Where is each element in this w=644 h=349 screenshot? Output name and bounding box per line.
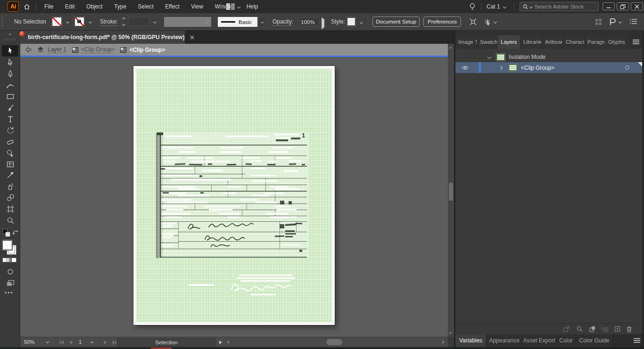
expand-chevron-icon[interactable] [487, 55, 491, 59]
new-layer-icon[interactable] [614, 325, 621, 333]
scroll-right-icon[interactable] [441, 341, 444, 344]
tab-close-icon[interactable] [190, 35, 194, 40]
scroll-left-icon[interactable] [227, 341, 231, 344]
tool-eraser[interactable] [0, 136, 20, 147]
brush-definition-dropdown[interactable] [258, 17, 266, 27]
fill-color-swatch[interactable] [52, 17, 62, 26]
stroke-color-swatch[interactable] [74, 17, 84, 26]
stroke-weight-field[interactable] [128, 17, 150, 26]
app-logo-icon[interactable]: Ai [8, 1, 19, 12]
artboard-number-field[interactable]: 1 [79, 339, 82, 345]
first-artboard-button[interactable] [60, 341, 64, 344]
menu-type[interactable]: Type [109, 0, 131, 13]
breadcrumb-clip-group[interactable]: <Clip Group> [81, 46, 115, 53]
color-button[interactable] [2, 258, 7, 262]
tab-asset-export[interactable]: Asset Export [522, 334, 556, 347]
mini-stroke-indicator[interactable] [5, 232, 10, 237]
new-sublayer-icon[interactable] [601, 325, 608, 333]
delete-selection-icon[interactable] [626, 325, 633, 333]
eye-icon[interactable] [462, 65, 469, 70]
tool-symbol-sprayer[interactable] [0, 181, 20, 192]
tool-shape-builder[interactable] [0, 147, 20, 159]
stroke-weight-stepper[interactable] [120, 16, 127, 27]
breadcrumb-layer[interactable]: Layer 1 [48, 46, 66, 53]
tab-appearance[interactable]: Appearance [487, 334, 522, 347]
vertical-scrollbar-thumb[interactable] [449, 183, 453, 201]
tool-direct-selection[interactable] [0, 57, 20, 68]
tab-color-guide[interactable]: Color Guide [576, 334, 613, 347]
tool-pen[interactable] [0, 68, 20, 80]
restore-button[interactable] [617, 2, 629, 10]
gpu-performance-icon[interactable] [469, 18, 477, 26]
stroke-weight-dropdown[interactable] [151, 17, 158, 26]
tab-artboards[interactable]: Artboar [542, 35, 563, 49]
tool-selection[interactable] [2, 45, 18, 57]
layer-thumbnail[interactable] [496, 54, 505, 61]
minimize-button[interactable] [603, 2, 615, 10]
fill-color-dropdown[interactable] [64, 17, 71, 26]
tab-image-trace[interactable]: Image T [455, 35, 477, 49]
preferences-button[interactable]: Preferences [423, 16, 461, 27]
gradient-button[interactable] [7, 258, 12, 262]
tab-variables[interactable]: Variables [455, 334, 487, 347]
swap-fill-stroke-icon[interactable] [12, 229, 18, 235]
artboard-page[interactable]: 1 [133, 66, 335, 325]
zoom-level-value[interactable]: 50% [24, 339, 34, 345]
previous-artboard-button[interactable] [69, 341, 72, 344]
menu-object[interactable]: Object [82, 0, 107, 13]
drawing-modes-button[interactable] [0, 266, 20, 277]
tab-color[interactable]: Color [556, 334, 576, 347]
panel-menu-icon[interactable] [634, 338, 640, 343]
last-artboard-button[interactable] [113, 341, 116, 344]
tab-libraries[interactable]: Librarie [520, 35, 542, 49]
menu-select[interactable]: Select [133, 0, 158, 13]
make-clipping-mask-icon[interactable] [589, 325, 596, 333]
tool-rotate[interactable] [0, 125, 20, 136]
menu-help[interactable]: Help [242, 0, 263, 13]
horizontal-scrollbar-thumb[interactable] [326, 339, 342, 345]
opacity-field[interactable]: 100% [298, 17, 320, 26]
layers-row-clip-group[interactable]: <Clip Group> [455, 62, 642, 73]
scroll-down-icon[interactable] [449, 331, 452, 334]
fill-swatch-large[interactable] [2, 240, 12, 250]
artboard-dropdown-icon[interactable] [91, 340, 94, 343]
layers-row-isolation-mode[interactable]: Isolation Mode [455, 52, 642, 62]
tool-blend[interactable] [0, 192, 20, 203]
arrange-documents-icon[interactable] [595, 18, 602, 25]
tab-character[interactable]: Charact [563, 35, 585, 49]
tool-curvature[interactable] [0, 80, 20, 91]
brush-definition-field[interactable]: Basic [218, 17, 257, 27]
collect-for-export-icon[interactable] [563, 325, 570, 333]
menu-file[interactable]: File [40, 0, 58, 13]
home-icon[interactable] [23, 3, 31, 10]
chevron-down-icon[interactable] [529, 5, 533, 8]
workspace-select[interactable]: Cat 1 [487, 0, 506, 13]
zoom-dropdown-icon[interactable] [46, 340, 49, 343]
tab-layers[interactable]: Layers [498, 35, 520, 49]
target-circle-icon[interactable] [625, 65, 629, 70]
panel-grip[interactable] [1, 16, 3, 27]
menu-edit[interactable]: Edit [60, 0, 80, 13]
tool-artboard[interactable] [0, 203, 20, 215]
close-button[interactable] [631, 2, 643, 10]
lightbulb-icon[interactable] [469, 2, 476, 11]
tool-eyedropper[interactable] [0, 170, 20, 181]
search-input[interactable] [534, 3, 596, 10]
screen-mode-button[interactable] [0, 277, 20, 289]
vertical-scrollbar[interactable] [448, 44, 454, 337]
tool-mesh[interactable] [0, 159, 20, 170]
layer-label[interactable]: <Clip Group> [521, 65, 554, 71]
toolbar-grip[interactable] [4, 39, 17, 41]
document-arrangement-icon[interactable] [609, 17, 621, 26]
document-setup-button[interactable]: Document Setup [372, 16, 420, 27]
stroke-color-dropdown[interactable] [86, 17, 94, 26]
none-button[interactable] [12, 258, 17, 262]
style-dropdown[interactable] [357, 17, 365, 27]
tool-zoom[interactable] [0, 215, 20, 226]
collapse-panel-icon[interactable]: » [8, 31, 11, 37]
tab-swatches[interactable]: Swatch [477, 35, 498, 49]
layer-thumbnail[interactable] [509, 64, 517, 71]
edit-toolbar-ellipsis[interactable]: ••• [5, 290, 14, 296]
locate-object-icon[interactable] [576, 325, 583, 333]
workspace-switcher-icon[interactable] [226, 3, 240, 10]
